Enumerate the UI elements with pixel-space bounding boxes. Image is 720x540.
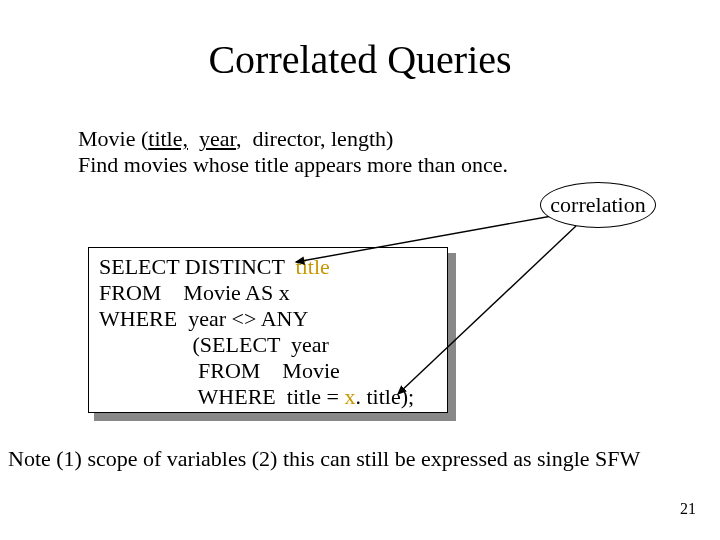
schema-relation: Movie <box>78 126 135 151</box>
sql-line-5: FROM Movie <box>99 358 340 383</box>
correlation-callout: correlation <box>540 182 656 228</box>
slide: Correlated Queries Movie (title, year, d… <box>0 0 720 540</box>
footnote: Note (1) scope of variables (2) this can… <box>8 446 712 472</box>
sql-line-6c: . title); <box>355 384 414 409</box>
schema-line: Movie (title, year, director, length) <box>78 126 393 152</box>
schema-attr-title: title, <box>148 126 188 151</box>
sql-line-3: WHERE year <> ANY <box>99 306 308 331</box>
sql-title-ref: title <box>296 254 330 279</box>
sql-line-1a: SELECT DISTINCT <box>99 254 296 279</box>
schema-attr-year: year <box>199 126 236 151</box>
sql-correlation-var: x <box>344 384 355 409</box>
sql-line-6a: WHERE title = <box>99 384 344 409</box>
correlation-label: correlation <box>550 192 645 218</box>
sql-line-2: FROM Movie AS x <box>99 280 290 305</box>
page-number: 21 <box>680 500 696 518</box>
slide-title: Correlated Queries <box>0 36 720 83</box>
schema-attr-rest: , director, length) <box>236 126 393 151</box>
sql-line-4: (SELECT year <box>99 332 329 357</box>
sql-code-box: SELECT DISTINCT title FROM Movie AS x WH… <box>88 247 448 413</box>
task-line: Find movies whose title appears more tha… <box>78 152 508 178</box>
